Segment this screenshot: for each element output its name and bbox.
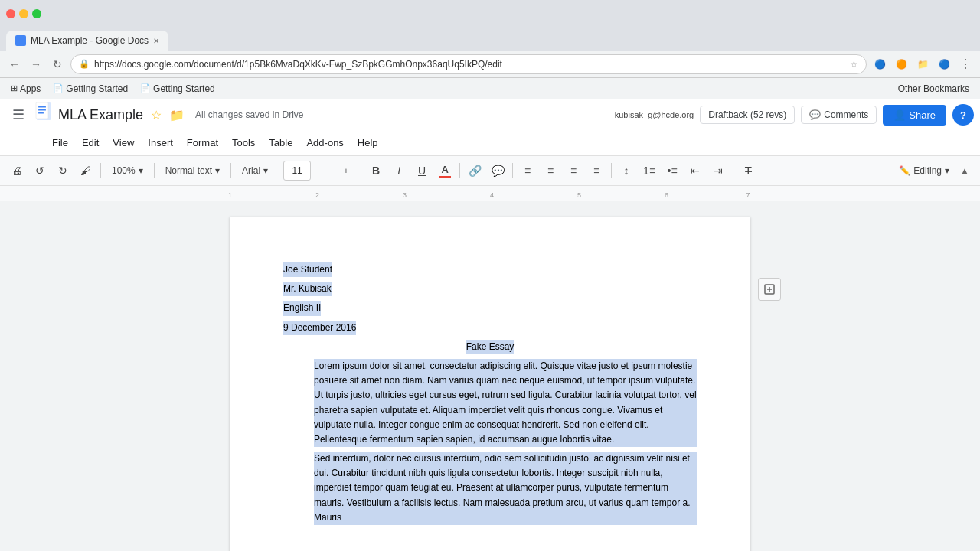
star-icon[interactable]: ☆ bbox=[151, 108, 162, 122]
forward-btn[interactable]: → bbox=[28, 56, 44, 73]
minimize-window-btn[interactable] bbox=[19, 9, 28, 18]
font-chevron-icon: ▾ bbox=[263, 165, 268, 176]
ruler-mark: 6 bbox=[665, 191, 668, 199]
extension-btn3[interactable]: 📁 bbox=[914, 56, 931, 73]
link-btn[interactable]: 🔗 bbox=[464, 160, 485, 181]
menu-tools[interactable]: Tools bbox=[226, 134, 261, 152]
comment-btn[interactable]: 💬 bbox=[487, 160, 508, 181]
menu-addons[interactable]: Add-ons bbox=[300, 134, 349, 152]
back-btn[interactable]: ← bbox=[6, 56, 23, 73]
teacher-line: Mr. Kubisak bbox=[283, 282, 697, 296]
ruler-mark: 2 bbox=[315, 191, 319, 199]
redo-btn[interactable]: ↻ bbox=[52, 160, 74, 181]
comments-button[interactable]: 💬 Comments bbox=[801, 106, 877, 124]
apps-bookmark[interactable]: ⊞ Apps bbox=[6, 82, 45, 96]
getting-started-bookmark1[interactable]: 📄 Getting Started bbox=[48, 82, 132, 96]
menu-table[interactable]: Table bbox=[263, 134, 299, 152]
paint-format-btn[interactable]: 🖌 bbox=[75, 160, 96, 181]
extension-btn4[interactable]: 🔵 bbox=[936, 56, 952, 73]
menu-insert[interactable]: Insert bbox=[142, 134, 179, 152]
docs-title-bar: ☰ MLA Example ☆ 📁 All changes saved in D… bbox=[0, 99, 980, 130]
bulleted-list-btn[interactable]: •≡ bbox=[662, 160, 683, 181]
text-color-btn[interactable]: A bbox=[434, 160, 456, 181]
ruler-mark: 4 bbox=[490, 191, 494, 199]
tab-bar: MLA Example - Google Docs ✕ bbox=[0, 28, 980, 51]
getting-started-bookmark2[interactable]: 📄 Getting Started bbox=[136, 82, 220, 96]
underline-btn[interactable]: U bbox=[411, 160, 433, 181]
font-size-down-btn[interactable]: − bbox=[312, 160, 334, 181]
active-tab[interactable]: MLA Example - Google Docs ✕ bbox=[6, 31, 168, 51]
style-dropdown[interactable]: Normal text ▾ bbox=[158, 160, 227, 181]
align-left-btn[interactable]: ≡ bbox=[517, 160, 538, 181]
essay-title-text: Fake Essay bbox=[466, 340, 514, 354]
toolbar-separator6 bbox=[459, 163, 460, 178]
more-options-btn[interactable]: ⋮ bbox=[957, 56, 974, 73]
security-icon: 🔒 bbox=[79, 59, 90, 69]
font-size-up-btn[interactable]: + bbox=[335, 160, 357, 181]
window-controls[interactable] bbox=[6, 9, 41, 18]
docs-logo-icon bbox=[35, 102, 52, 128]
folder-icon[interactable]: 📁 bbox=[169, 108, 185, 122]
document-title[interactable]: MLA Example bbox=[58, 107, 143, 123]
ruler-inner: 1 2 3 4 5 6 7 bbox=[199, 186, 781, 201]
bookmark-star-icon[interactable]: ☆ bbox=[850, 59, 858, 70]
refresh-btn[interactable]: ↻ bbox=[49, 56, 66, 73]
increase-indent-btn[interactable]: ⇥ bbox=[707, 160, 729, 181]
print-btn[interactable]: 🖨 bbox=[6, 160, 28, 181]
collapse-toolbar-btn[interactable]: ▲ bbox=[956, 161, 974, 180]
line-spacing-btn[interactable]: ↕ bbox=[616, 160, 637, 181]
clear-formatting-btn[interactable]: T̶ bbox=[737, 160, 759, 181]
page-tool-btn[interactable] bbox=[758, 278, 781, 301]
menu-format[interactable]: Format bbox=[181, 134, 224, 152]
menu-view[interactable]: View bbox=[106, 134, 140, 152]
toolbar-separator8 bbox=[611, 163, 612, 178]
user-email: kubisak_g@hcde.org bbox=[615, 110, 694, 119]
decrease-indent-btn[interactable]: ⇤ bbox=[684, 160, 706, 181]
menu-edit[interactable]: Edit bbox=[76, 134, 105, 152]
docs-header: ☰ MLA Example ☆ 📁 All changes saved in D… bbox=[0, 99, 980, 155]
author-line: Joe Student bbox=[283, 262, 697, 277]
menu-file[interactable]: File bbox=[46, 134, 74, 152]
extension-btn1[interactable]: 🔵 bbox=[871, 56, 888, 73]
bookmarks-bar: ⊞ Apps 📄 Getting Started 📄 Getting Start… bbox=[0, 78, 980, 99]
ruler-mark: 1 bbox=[228, 191, 232, 199]
share-button[interactable]: 👤 Share bbox=[883, 105, 946, 126]
share-label: Share bbox=[909, 109, 936, 121]
maximize-window-btn[interactable] bbox=[32, 9, 41, 18]
zoom-dropdown[interactable]: 100% ▾ bbox=[105, 160, 150, 181]
font-size-input[interactable]: 11 bbox=[283, 161, 311, 181]
paragraph1-text: Lorem ipsum dolor sit amet, consectetur … bbox=[314, 359, 697, 447]
page-icon1: 📄 bbox=[53, 83, 64, 93]
close-window-btn[interactable] bbox=[6, 9, 15, 18]
ruler-mark: 3 bbox=[403, 191, 407, 199]
other-bookmarks[interactable]: Other Bookmarks bbox=[893, 82, 974, 96]
save-status: All changes saved in Drive bbox=[195, 109, 303, 120]
italic-btn[interactable]: I bbox=[388, 160, 410, 181]
bold-btn[interactable]: B bbox=[365, 160, 387, 181]
main-area: Joe Student Mr. Kubisak English II 9 Dec… bbox=[0, 201, 980, 551]
browser-chrome bbox=[0, 0, 980, 28]
numbered-list-btn[interactable]: 1≡ bbox=[639, 160, 660, 181]
page-icon2: 📄 bbox=[140, 83, 151, 93]
document-page[interactable]: Joe Student Mr. Kubisak English II 9 Dec… bbox=[230, 217, 750, 551]
editing-mode-dropdown[interactable]: ✏️ Editing ▾ bbox=[893, 163, 956, 178]
help-button[interactable]: ? bbox=[952, 104, 974, 126]
justify-btn[interactable]: ≡ bbox=[586, 160, 607, 181]
style-chevron-icon: ▾ bbox=[215, 165, 220, 176]
comments-label: Comments bbox=[824, 109, 868, 120]
draftback-button[interactable]: Draftback (52 revs) bbox=[700, 106, 795, 124]
ruler: 1 2 3 4 5 6 7 bbox=[0, 186, 980, 201]
editing-mode-chevron-icon: ▾ bbox=[945, 165, 949, 176]
undo-btn[interactable]: ↺ bbox=[29, 160, 51, 181]
align-center-btn[interactable]: ≡ bbox=[540, 160, 561, 181]
align-right-btn[interactable]: ≡ bbox=[563, 160, 584, 181]
apps-icon: ⊞ bbox=[11, 83, 18, 93]
address-bar[interactable]: 🔒 https://docs.google.com/document/d/1p5… bbox=[70, 54, 867, 74]
extension-btn2[interactable]: 🟠 bbox=[893, 56, 910, 73]
tab-close-btn[interactable]: ✕ bbox=[153, 37, 159, 45]
hamburger-menu-btn[interactable]: ☰ bbox=[6, 103, 31, 127]
font-dropdown[interactable]: Arial ▾ bbox=[235, 160, 275, 181]
toolbar-separator2 bbox=[154, 163, 155, 178]
text-color-indicator bbox=[439, 176, 451, 178]
menu-help[interactable]: Help bbox=[351, 134, 384, 152]
